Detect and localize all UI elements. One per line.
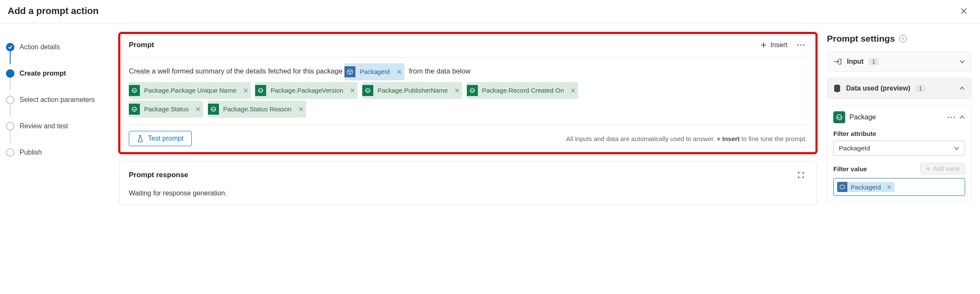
chip-remove[interactable] bbox=[193, 104, 203, 114]
step-dot-done bbox=[6, 43, 14, 51]
chip-label: Package.Record Created On bbox=[478, 82, 568, 99]
filter-attribute-select[interactable]: PackageId bbox=[833, 141, 965, 156]
step-review-and-test[interactable]: Review and test bbox=[6, 114, 111, 138]
close-icon bbox=[196, 107, 200, 111]
data-used-section[interactable]: Data used (preview) 1 bbox=[827, 78, 971, 99]
step-dot-pending bbox=[6, 122, 14, 130]
filter-value-box[interactable]: PackageId bbox=[833, 178, 965, 196]
chip-remove[interactable] bbox=[296, 104, 306, 114]
step-select-action-parameters[interactable]: Select action parameters bbox=[6, 88, 111, 112]
entity-name: Package bbox=[849, 113, 876, 121]
chip-remove[interactable] bbox=[394, 67, 404, 77]
close-icon bbox=[960, 8, 967, 14]
field-chip[interactable]: Package.PublisherName bbox=[362, 82, 462, 99]
filter-attribute-value: PackageId bbox=[839, 144, 870, 152]
entity-panel: Package Filter attribute PackageId bbox=[827, 105, 971, 202]
chip-label: PackageId bbox=[847, 183, 884, 192]
field-chip[interactable]: Package.PackageVersion bbox=[255, 82, 358, 99]
database-icon bbox=[833, 84, 841, 93]
entity-icon bbox=[129, 85, 140, 96]
check-icon bbox=[8, 45, 13, 50]
data-used-count: 1 bbox=[915, 85, 926, 92]
chevron-up-icon bbox=[959, 115, 965, 119]
chip-remove[interactable] bbox=[241, 85, 251, 96]
info-icon[interactable]: i bbox=[899, 35, 907, 42]
close-icon bbox=[244, 88, 248, 93]
prompt-text: Create a well formed summary of the deta… bbox=[129, 67, 343, 75]
chip-label: Package.PublisherName bbox=[373, 82, 452, 99]
input-section[interactable]: Input 1 bbox=[827, 51, 971, 72]
page-title: Add a prompt action bbox=[8, 6, 99, 17]
chevron-down-icon bbox=[959, 59, 965, 64]
prompt-card-title: Prompt bbox=[129, 41, 154, 49]
close-icon bbox=[455, 88, 459, 93]
data-used-label: Data used (preview) bbox=[846, 85, 910, 92]
close-icon bbox=[887, 185, 891, 189]
field-chip[interactable]: Package.Status Reason bbox=[208, 101, 306, 118]
close-icon bbox=[571, 88, 575, 93]
chip-label: Package.Status Reason bbox=[219, 101, 296, 118]
entity-icon bbox=[255, 85, 266, 96]
filter-attribute-label: Filter attribute bbox=[833, 130, 965, 137]
expand-button[interactable] bbox=[795, 169, 807, 181]
svg-point-2 bbox=[803, 44, 804, 45]
step-action-details[interactable]: Action details bbox=[6, 35, 111, 59]
param-icon bbox=[837, 182, 847, 192]
entity-more-button[interactable] bbox=[947, 116, 955, 118]
chip-label: Package.PackageVersion bbox=[266, 82, 347, 99]
filter-value-chip[interactable]: PackageId bbox=[837, 182, 895, 192]
step-label: Action details bbox=[20, 43, 60, 51]
plus-icon bbox=[760, 42, 767, 48]
add-value-button[interactable]: Add value bbox=[920, 163, 965, 175]
step-label: Select action parameters bbox=[20, 96, 95, 104]
settings-pane: Prompt settings i Input 1 Data used (pre… bbox=[827, 33, 971, 205]
prompt-response-card: Prompt response Waiting for response gen… bbox=[119, 161, 817, 205]
field-chip[interactable]: Package.Status bbox=[129, 101, 203, 118]
step-create-prompt[interactable]: Create prompt bbox=[6, 62, 111, 85]
step-dot-pending bbox=[6, 148, 14, 157]
svg-point-0 bbox=[797, 44, 798, 45]
field-chip[interactable]: Package.Package Unique Name bbox=[129, 82, 251, 99]
entity-icon bbox=[467, 85, 478, 96]
insert-label: Insert bbox=[770, 41, 787, 49]
step-publish[interactable]: Publish bbox=[6, 141, 111, 164]
chip-remove[interactable] bbox=[452, 85, 462, 96]
chip-remove[interactable] bbox=[568, 85, 578, 96]
param-chip-packageid[interactable]: PackageId bbox=[344, 63, 404, 80]
chip-remove[interactable] bbox=[347, 85, 358, 96]
more-icon bbox=[947, 116, 955, 118]
field-chip[interactable]: Package.Record Created On bbox=[467, 82, 579, 99]
svg-point-12 bbox=[950, 116, 952, 118]
chip-label: Package.Package Unique Name bbox=[140, 82, 241, 99]
input-icon bbox=[833, 58, 842, 65]
more-icon bbox=[797, 44, 805, 46]
close-icon bbox=[299, 107, 303, 111]
svg-point-1 bbox=[800, 44, 801, 45]
param-icon bbox=[344, 66, 355, 77]
close-icon bbox=[397, 70, 401, 74]
prompt-more-button[interactable] bbox=[795, 39, 807, 51]
add-value-label: Add value bbox=[933, 165, 960, 172]
step-dot-pending bbox=[6, 96, 14, 104]
test-prompt-label: Test prompt bbox=[148, 135, 184, 142]
chevron-down-icon bbox=[954, 146, 960, 150]
insert-button[interactable]: Insert bbox=[760, 41, 787, 49]
entity-collapse-button[interactable] bbox=[959, 115, 965, 119]
prompt-hint: All inputs and data are automatically us… bbox=[566, 135, 807, 142]
step-label: Create prompt bbox=[20, 70, 66, 77]
prompt-text: from the data below bbox=[409, 67, 471, 75]
svg-point-13 bbox=[953, 116, 954, 118]
response-status: Waiting for response generation. bbox=[129, 189, 807, 197]
chip-remove[interactable] bbox=[884, 182, 895, 192]
entity-icon bbox=[362, 85, 373, 96]
step-label: Publish bbox=[20, 149, 42, 156]
prompt-editor[interactable]: Create a well formed summary of the deta… bbox=[129, 57, 807, 119]
entity-icon bbox=[208, 104, 219, 115]
chip-label: Package.Status bbox=[140, 101, 193, 118]
close-button[interactable] bbox=[958, 5, 970, 17]
step-label: Review and test bbox=[20, 122, 68, 130]
response-title: Prompt response bbox=[129, 171, 188, 179]
beaker-icon bbox=[137, 135, 144, 142]
step-dot-active bbox=[6, 69, 14, 78]
test-prompt-button[interactable]: Test prompt bbox=[129, 131, 192, 146]
